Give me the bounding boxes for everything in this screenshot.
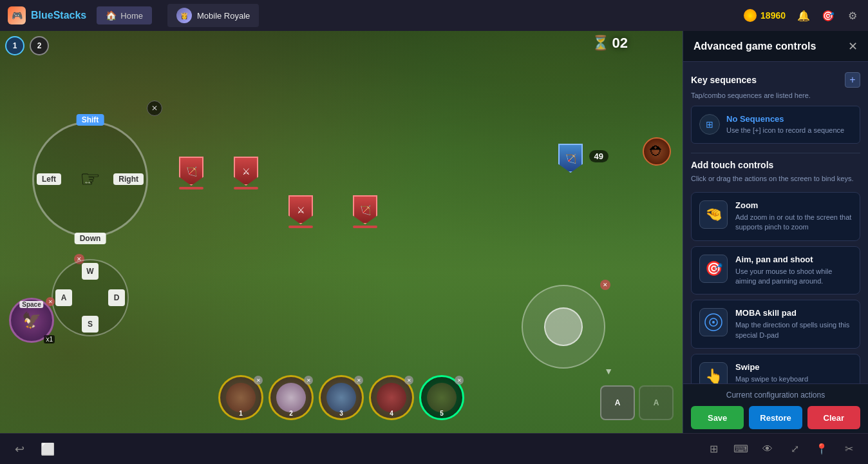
space-skill-icon[interactable]: Space 🦅 x1 ✕	[9, 298, 54, 343]
skill-number-1: 1	[239, 410, 243, 417]
skill-avatar-5	[427, 383, 457, 412]
no-sequences-box: ⊞ No Sequences Use the [+] icon to recor…	[691, 106, 860, 144]
taskbar-right-icons: ⊞ ⌨ 👁 ⤢ 📍 ✂	[704, 440, 858, 458]
action-btn-a[interactable]: A	[600, 385, 635, 420]
wasd-a-key[interactable]: A	[55, 289, 72, 306]
skill-slot-2[interactable]: 2 ✕	[269, 375, 314, 420]
kill-count-badge: 49	[589, 150, 609, 162]
level-2-badge: 2	[30, 36, 49, 55]
skill-slot-2-remove[interactable]: ✕	[304, 376, 313, 385]
hud-timer: ⏳ 02	[592, 35, 628, 52]
action-btn-a2[interactable]: A	[639, 385, 674, 420]
moba-control-name: MOBA skill pad	[735, 308, 852, 318]
expand-icon[interactable]: ⤢	[786, 440, 804, 458]
target-icon[interactable]: 🎯	[820, 8, 836, 23]
wasd-circle[interactable]: W A S D	[52, 259, 129, 336]
zoom-control-info: Zoom Add zoom in or out to the screen th…	[735, 200, 852, 233]
game-viewport[interactable]: 1 2 ✕ Shift Left Right Down ☞ ↔ ✕ W A S …	[0, 31, 683, 433]
skill-slot-4-remove[interactable]: ✕	[404, 376, 413, 385]
clear-button[interactable]: Clear	[807, 406, 860, 429]
back-icon[interactable]: ↩	[10, 440, 28, 458]
restore-button[interactable]: Restore	[749, 406, 802, 429]
side-panel: Advanced game controls ✕ Key sequences +…	[683, 31, 868, 433]
joystick-ball[interactable]	[544, 307, 583, 346]
moba-control-item[interactable]: MOBA skill pad Map the direction of spel…	[691, 300, 860, 349]
aim-control-item[interactable]: 🎯 Aim, pan and shoot Use your mouse to s…	[691, 246, 860, 295]
home-taskbar-icon[interactable]: ⬜	[39, 440, 57, 458]
skill-slot-1[interactable]: 1 ✕	[218, 375, 263, 420]
joystick-expand-icon: ▼	[604, 366, 613, 376]
skill-avatar-2	[276, 383, 306, 412]
right-joystick-container[interactable]: ✕ ▼	[522, 285, 605, 369]
skill-slot-4[interactable]: 4 ✕	[369, 375, 414, 420]
enemy-badge-3: ⚔	[288, 195, 313, 228]
game-tab[interactable]: 👸 Mobile Royale	[167, 4, 259, 27]
enemy-shield-icon-2: ⚔	[234, 157, 258, 186]
coin-amount: 18960	[760, 10, 786, 21]
keyboard-icon[interactable]: ⌨	[731, 440, 750, 458]
enemy-badge-4: 🏹	[353, 195, 377, 228]
eye-icon[interactable]: 👁	[759, 440, 777, 458]
grid-icon[interactable]: ⊞	[704, 440, 722, 458]
level-1-badge: 1	[5, 36, 24, 55]
enemy-shield-icon-5: 🏹	[558, 144, 583, 173]
wasd-d-key[interactable]: D	[108, 289, 125, 306]
zoom-icon: 🤏	[699, 200, 728, 229]
action-btns-area: A A	[600, 385, 674, 420]
notification-icon[interactable]: 🔔	[796, 8, 811, 23]
dpad-container[interactable]: Shift Left Right Down ☞ ↔	[32, 121, 148, 237]
skill-bar: 1 ✕ 2 ✕ 3 ✕ 4 ✕ 5 ✕	[218, 375, 464, 420]
enemy-shield-icon-4: 🏹	[353, 195, 377, 224]
dpad-circle[interactable]: Shift Left Right Down ☞ ↔	[32, 121, 148, 237]
skill-slot-3-remove[interactable]: ✕	[354, 376, 363, 385]
skill-number-5: 5	[440, 410, 444, 417]
top-icons: 🔔 🎯 ⚙	[796, 8, 860, 23]
add-sequence-button[interactable]: +	[845, 72, 860, 88]
scissors-icon[interactable]: ✂	[840, 440, 858, 458]
wasd-s-key[interactable]: S	[82, 316, 99, 333]
skill-slot-5-remove[interactable]: ✕	[455, 376, 464, 385]
overlay-close-button[interactable]: ✕	[147, 101, 162, 116]
zoom-control-item[interactable]: 🤏 Zoom Add zoom in or out to the screen …	[691, 192, 860, 241]
home-icon: 🏠	[106, 10, 117, 21]
skill-number-4: 4	[390, 410, 393, 417]
wasd-container[interactable]: ✕ W A S D	[39, 259, 142, 336]
enemy-hp-bar-1	[179, 187, 203, 189]
joystick-remove-button[interactable]: ✕	[600, 280, 610, 290]
location-icon[interactable]: 📍	[813, 440, 831, 458]
key-sequences-section-header: Key sequences +	[691, 72, 860, 88]
app-name: BlueStacks	[31, 10, 86, 21]
space-skill-label: Space	[19, 301, 43, 308]
panel-body[interactable]: Key sequences + Tap/combo sequences are …	[683, 62, 868, 383]
enemy-hp-bar-2	[234, 187, 258, 189]
moba-icon	[699, 308, 728, 336]
aim-control-info: Aim, pan and shoot Use your mouse to sho…	[735, 255, 852, 287]
space-skill-slot[interactable]: Space 🦅 x1 ✕	[9, 298, 54, 343]
config-section-title: Current configuration actions	[691, 391, 860, 400]
joystick-circle[interactable]	[522, 285, 605, 369]
dpad-shift-label: Shift	[77, 114, 104, 126]
zoom-control-name: Zoom	[735, 200, 852, 210]
skill-slot-1-remove[interactable]: ✕	[254, 376, 263, 385]
enemy-shield-icon-1: 🏹	[179, 157, 203, 186]
aim-control-name: Aim, pan and shoot	[735, 255, 852, 264]
settings-icon[interactable]: ⚙	[845, 8, 860, 23]
aim-control-desc: Use your mouse to shoot while aiming and…	[735, 267, 852, 287]
swipe-control-item[interactable]: 👆 Swipe Map swipe to keyboard	[691, 354, 860, 383]
panel-header: Advanced game controls ✕	[683, 31, 868, 62]
action-buttons: Save Restore Clear	[691, 406, 860, 429]
wasd-w-key[interactable]: W	[82, 263, 99, 280]
logo-area: 🎮 BlueStacks	[8, 6, 86, 24]
hourglass-icon: ⏳	[592, 35, 609, 52]
key-sequences-title: Key sequences	[691, 75, 757, 85]
skill-slot-3[interactable]: 3 ✕	[319, 375, 364, 420]
bluestacks-logo-icon: 🎮	[8, 6, 26, 24]
main-content: 1 2 ✕ Shift Left Right Down ☞ ↔ ✕ W A S …	[0, 31, 868, 433]
home-tab[interactable]: 🏠 Home	[97, 6, 152, 24]
save-button[interactable]: Save	[691, 406, 744, 429]
panel-title: Advanced game controls	[693, 41, 816, 52]
skill-slot-5[interactable]: 5 ✕	[419, 375, 464, 420]
space-skill-remove[interactable]: ✕	[46, 297, 55, 306]
panel-close-button[interactable]: ✕	[848, 39, 858, 53]
enemy-badge-5: 🏹	[558, 144, 583, 173]
